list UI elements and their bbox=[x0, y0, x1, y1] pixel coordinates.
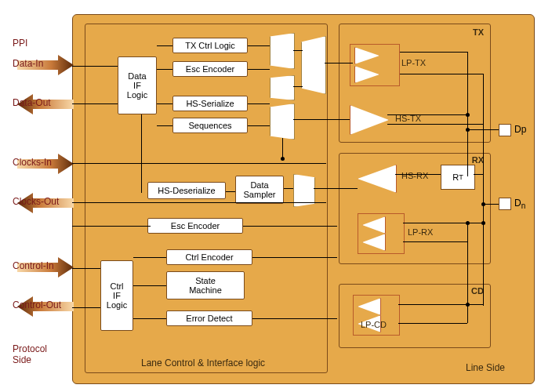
state-machine-block: State Machine bbox=[166, 271, 245, 299]
error-detect-block: Error Detect bbox=[166, 310, 252, 326]
pad-dn bbox=[499, 198, 511, 210]
mux-big-icon bbox=[301, 36, 326, 94]
line-side-label: Line Side bbox=[466, 362, 505, 373]
rt-symbol: R bbox=[452, 172, 459, 182]
pin-dp-label: DDpp bbox=[514, 124, 526, 135]
ppi-data-in: Data-In bbox=[13, 58, 43, 69]
rx-title: RX bbox=[472, 155, 484, 165]
ctrl-encoder-block: Ctrl Encoder bbox=[166, 249, 252, 265]
lp-tx-label: LP-TX bbox=[401, 58, 426, 67]
cd-title: CD bbox=[471, 286, 484, 296]
hs-rx-label: HS-RX bbox=[401, 171, 428, 180]
data-if-block: Data IF Logic bbox=[118, 56, 157, 114]
data-sampler-block: Data Sampler bbox=[235, 176, 284, 204]
diagram-canvas: PPI Data-In Data-Out Clocks-In Clocks-Ou… bbox=[0, 0, 541, 392]
ppi-title: PPI bbox=[13, 38, 27, 49]
hs-deserialize-block: HS-Deserialize bbox=[147, 182, 226, 199]
protocol-side-label: Protocol Side bbox=[13, 343, 47, 365]
esc-encoder2-block: Esc Encoder bbox=[147, 218, 243, 234]
rt-block: RT bbox=[441, 165, 475, 190]
ppi-clocks-out: Clocks-Out bbox=[13, 196, 59, 207]
esc-encoder-block: Esc Encoder bbox=[172, 61, 248, 77]
ppi-control-in: Control-In bbox=[13, 260, 54, 271]
ppi-data-out: Data-Out bbox=[13, 97, 51, 108]
sequences-block: Sequences bbox=[172, 118, 248, 133]
lp-cd-label: LP-CD bbox=[361, 320, 387, 329]
pad-dp bbox=[499, 124, 511, 136]
ppi-control-out: Control-Out bbox=[13, 299, 61, 310]
mux-mid-icon bbox=[270, 75, 295, 100]
mux-upper-icon bbox=[270, 33, 295, 69]
tx-ctrl-logic-block: TX Ctrl Logic bbox=[172, 38, 248, 53]
ppi-clocks-in: Clocks-In bbox=[13, 157, 52, 168]
ctrl-if-block: Ctrl IF Logic bbox=[100, 260, 133, 331]
mux-lower-icon bbox=[270, 103, 295, 140]
pin-dn-label: Dn bbox=[514, 198, 525, 210]
lp-rx-label: LP-RX bbox=[408, 227, 433, 237]
hs-serialize-block: HS-Serialize bbox=[172, 96, 248, 111]
tx-title: TX bbox=[473, 27, 484, 37]
rt-sub: T bbox=[459, 173, 463, 181]
lane-control-title: Lane Control & Interface logic bbox=[141, 358, 265, 368]
